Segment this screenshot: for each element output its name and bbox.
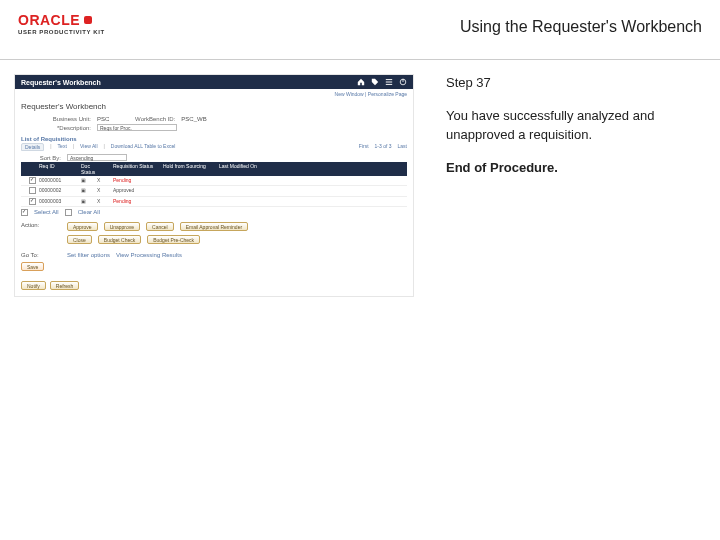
grid-tabs: Details | Text | View All | Download ALL…: [15, 143, 413, 153]
home-icon[interactable]: [357, 78, 365, 86]
titlebar-icons: [357, 78, 407, 86]
table-row[interactable]: 00000003 ▣ X Pending: [21, 197, 407, 207]
bu-value: PSC: [97, 116, 109, 122]
table-row[interactable]: 00000002 ▣ X Approved: [21, 186, 407, 197]
set-filter-link[interactable]: Set filter options: [67, 252, 110, 258]
page-title: Using the Requester's Workbench: [178, 12, 702, 36]
tab-text[interactable]: Text: [58, 143, 67, 151]
tab-details[interactable]: Details: [21, 143, 44, 151]
refresh-button[interactable]: Refresh: [50, 281, 80, 290]
download-link[interactable]: Download ALL Table to Excel: [111, 143, 176, 151]
app-title: Requester's Workbench: [21, 79, 357, 86]
unapprove-button[interactable]: Unapprove: [104, 222, 140, 231]
logo-block: ORACLE USER PRODUCTIVITY KIT: [18, 12, 178, 35]
app-titlebar: Requester's Workbench: [15, 75, 413, 89]
col-hold: Hold from Sourcing: [159, 163, 215, 175]
doc-status-icon[interactable]: ▣: [81, 198, 86, 204]
col-modified: Last Modified On: [215, 163, 271, 175]
sort-select[interactable]: Ascending: [67, 154, 127, 161]
notify-button[interactable]: Notify: [21, 281, 46, 290]
approve-button[interactable]: Approve: [67, 222, 98, 231]
clear-all-link[interactable]: Clear All: [78, 209, 100, 216]
tag-icon[interactable]: [371, 78, 379, 86]
col-docstatus: Doc Status: [77, 163, 93, 175]
pager-first[interactable]: First: [359, 143, 369, 151]
select-all-link[interactable]: Select All: [34, 209, 59, 216]
desc-input[interactable]: Reqs for Proc.: [97, 124, 177, 131]
col-blank: [93, 163, 109, 175]
logo-dot-icon: [84, 16, 92, 24]
header: ORACLE USER PRODUCTIVITY KIT Using the R…: [0, 0, 720, 60]
desc-label: *Description:: [21, 125, 91, 131]
doc-status-icon[interactable]: ▣: [81, 177, 86, 183]
breadcrumb[interactable]: New Window | Personalize Page: [15, 89, 413, 99]
select-all-checkbox[interactable]: [21, 209, 28, 216]
pager-last[interactable]: Last: [398, 143, 407, 151]
action-label: Action:: [21, 222, 61, 231]
section-title: Requester's Workbench: [15, 99, 413, 115]
cancel-button[interactable]: Cancel: [146, 222, 174, 231]
upk-subtitle: USER PRODUCTIVITY KIT: [18, 29, 178, 35]
wb-value: PSC_WB: [181, 116, 206, 122]
budget-precheck-button[interactable]: Budget Pre-Check: [147, 235, 200, 244]
budget-check-button[interactable]: Budget Check: [98, 235, 141, 244]
close-button[interactable]: Close: [67, 235, 92, 244]
email-reminder-button[interactable]: Email Approval Reminder: [180, 222, 248, 231]
instruction-panel: Step 37 You have successfully analyzed a…: [430, 60, 720, 540]
wb-label: WorkBench ID:: [115, 116, 175, 122]
logo-text: ORACLE: [18, 12, 80, 28]
col-reqid: Req ID: [35, 163, 77, 175]
goto-label: Go To:: [21, 252, 61, 258]
screenshot-panel: Requester's Workbench New Window | Perso…: [0, 60, 430, 540]
view-all-link[interactable]: View All: [80, 143, 97, 151]
app-screenshot: Requester's Workbench New Window | Perso…: [14, 74, 414, 297]
signout-icon[interactable]: [399, 78, 407, 86]
end-of-procedure: End of Procedure.: [446, 159, 704, 178]
step-label: Step 37: [446, 74, 704, 93]
save-button[interactable]: Save: [21, 262, 44, 271]
grid-header: Req ID Doc Status Requisition Status Hol…: [21, 162, 407, 176]
table-row[interactable]: 00000001 ▣ X Pending: [21, 176, 407, 186]
col-select: [25, 163, 35, 175]
sort-label: Sort By:: [21, 155, 61, 161]
col-reqstatus: Requisition Status: [109, 163, 159, 175]
view-results-link[interactable]: View Processing Results: [116, 252, 182, 258]
instruction-text: You have successfully analyzed and unapp…: [446, 107, 704, 145]
doc-status-icon[interactable]: ▣: [81, 187, 86, 193]
body: Requester's Workbench New Window | Perso…: [0, 60, 720, 540]
clear-all-checkbox[interactable]: [65, 209, 72, 216]
bu-label: Business Unit:: [21, 116, 91, 122]
pager-count: 1-3 of 3: [375, 143, 392, 151]
list-section-header: List of Requisitions: [15, 132, 413, 143]
oracle-logo: ORACLE: [18, 12, 178, 28]
menu-icon[interactable]: [385, 78, 393, 86]
